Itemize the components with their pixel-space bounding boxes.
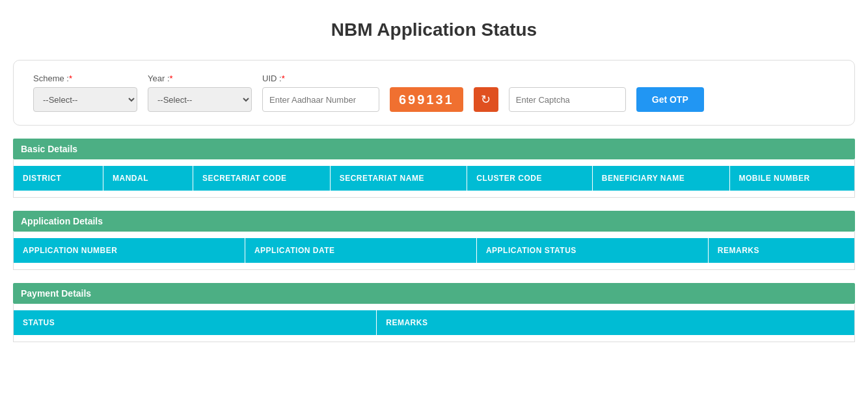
basic-col-secretariat-name: SECRETARIAT NAME xyxy=(331,166,468,191)
year-label-text: Year : xyxy=(148,74,170,83)
captcha-input[interactable] xyxy=(509,87,626,112)
year-group: Year :* --Select-- xyxy=(148,74,252,112)
get-otp-button[interactable]: Get OTP xyxy=(636,87,704,112)
scheme-label: Scheme :* xyxy=(33,74,137,83)
scheme-label-text: Scheme : xyxy=(33,74,69,83)
uid-label-text: UID : xyxy=(262,74,282,83)
app-col-number: APPLICATION NUMBER xyxy=(14,238,245,263)
uid-group: UID :* xyxy=(262,74,379,112)
page-title: NBM Application Status xyxy=(13,13,855,47)
payment-details-section: Payment Details STATUS REMARKS xyxy=(13,283,855,342)
payment-col-remarks: REMARKS xyxy=(377,310,854,335)
basic-details-section: Basic Details DISTRICT MANDAL SECRETARIA… xyxy=(13,139,855,198)
payment-details-table-header: STATUS REMARKS xyxy=(14,310,854,335)
app-col-status: APPLICATION STATUS xyxy=(477,238,709,263)
basic-details-table-header: DISTRICT MANDAL SECRETARIAT CODE SECRETA… xyxy=(14,166,854,191)
refresh-captcha-button[interactable]: ↻ xyxy=(474,87,498,112)
basic-col-secretariat-code: SECRETARIAT CODE xyxy=(193,166,331,191)
basic-col-beneficiary-name: BENEFICIARY NAME xyxy=(593,166,730,191)
year-label: Year :* xyxy=(148,74,252,83)
payment-details-header: Payment Details xyxy=(13,283,855,304)
uid-input[interactable] xyxy=(262,87,379,112)
application-details-table-header: APPLICATION NUMBER APPLICATION DATE APPL… xyxy=(14,238,854,263)
payment-col-status: STATUS xyxy=(14,310,377,335)
basic-col-district: DISTRICT xyxy=(14,166,103,191)
captcha-image: 699131 xyxy=(390,87,463,112)
filter-form: Scheme :* --Select-- Year :* --Select-- … xyxy=(13,60,855,126)
basic-col-mandal: MANDAL xyxy=(103,166,193,191)
year-select[interactable]: --Select-- xyxy=(148,87,252,112)
uid-label: UID :* xyxy=(262,74,379,83)
basic-details-header: Basic Details xyxy=(13,139,855,159)
basic-details-body: DISTRICT MANDAL SECRETARIAT CODE SECRETA… xyxy=(13,159,855,198)
application-details-section: Application Details APPLICATION NUMBER A… xyxy=(13,211,855,270)
scheme-select[interactable]: --Select-- xyxy=(33,87,137,112)
app-col-remarks: REMARKS xyxy=(709,238,854,263)
application-details-header: Application Details xyxy=(13,211,855,232)
basic-col-cluster-code: CLUSTER CODE xyxy=(467,166,593,191)
scheme-group: Scheme :* --Select-- xyxy=(33,74,137,112)
application-details-body: APPLICATION NUMBER APPLICATION DATE APPL… xyxy=(13,232,855,270)
basic-col-mobile-number: MOBILE NUMBER xyxy=(730,166,855,191)
payment-details-body: STATUS REMARKS xyxy=(13,304,855,342)
app-col-date: APPLICATION DATE xyxy=(245,238,477,263)
